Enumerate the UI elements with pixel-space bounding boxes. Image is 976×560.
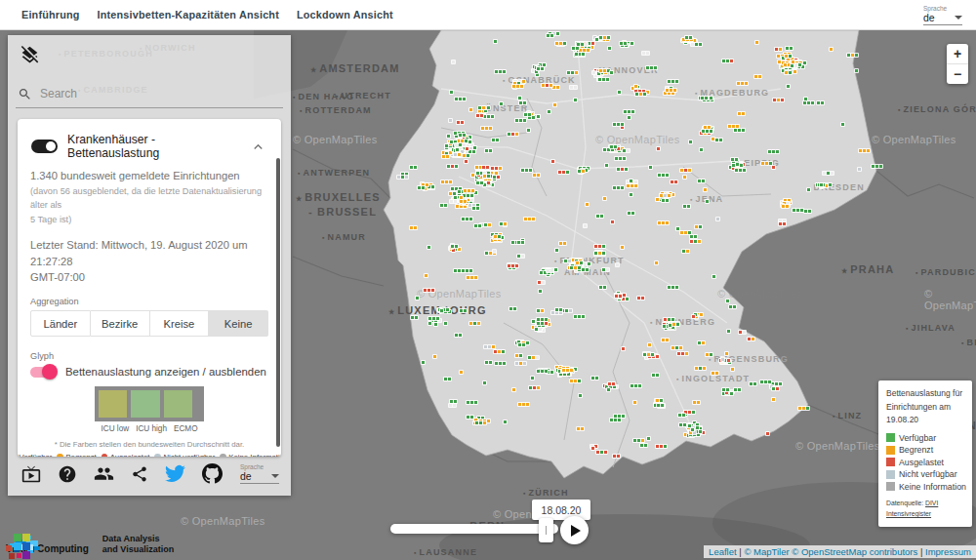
hospital-glyph[interactable] — [451, 60, 456, 64]
hospital-glyph[interactable] — [511, 387, 516, 392]
hospital-glyph[interactable] — [619, 41, 628, 46]
hospital-glyph[interactable] — [684, 35, 693, 40]
hospital-glyph[interactable] — [461, 217, 473, 221]
video-tutorial-icon[interactable] — [21, 464, 41, 484]
hospital-glyph[interactable] — [503, 420, 508, 424]
hospital-glyph[interactable] — [712, 274, 716, 279]
aggregation-option-bezirke[interactable]: Bezirke — [91, 310, 150, 337]
hospital-glyph[interactable] — [634, 92, 647, 97]
hospital-glyph[interactable] — [612, 454, 621, 459]
hospital-glyph[interactable] — [456, 120, 465, 125]
hospital-glyph[interactable] — [697, 340, 706, 345]
hospital-glyph[interactable] — [753, 74, 762, 79]
hospital-glyph[interactable] — [730, 157, 739, 162]
hospital-glyph[interactable] — [691, 314, 696, 319]
nav-item-intensivbetten-kapazit-ten-ansicht[interactable]: Intensivbetten-Kapazitäten Ansicht — [98, 9, 279, 20]
hospital-glyph[interactable] — [778, 221, 787, 226]
attribution-link-leaflet[interactable]: Leaflet — [709, 546, 737, 557]
hospital-glyph[interactable] — [705, 199, 710, 204]
hospital-glyph[interactable] — [711, 371, 719, 376]
hospital-glyph[interactable] — [546, 33, 554, 38]
hospital-glyph[interactable] — [747, 337, 755, 341]
attribution-link-impressum[interactable]: Impressum — [925, 546, 971, 557]
hospital-glyph[interactable] — [421, 360, 426, 365]
hospital-glyph[interactable] — [484, 148, 493, 153]
hospital-glyph[interactable] — [663, 317, 675, 322]
hospital-glyph[interactable] — [668, 323, 672, 328]
hospital-glyph[interactable] — [703, 125, 712, 130]
hospital-glyph[interactable] — [657, 220, 670, 225]
github-icon[interactable] — [202, 463, 223, 484]
glyph-visibility-toggle[interactable] — [30, 367, 57, 378]
collapse-chevron-up-icon[interactable] — [250, 139, 266, 155]
hospital-glyph[interactable] — [482, 174, 491, 179]
hospital-glyph[interactable] — [578, 393, 583, 398]
search-input[interactable] — [38, 86, 281, 101]
hospital-glyph[interactable] — [520, 168, 533, 173]
hospital-glyph[interactable] — [554, 307, 563, 312]
hospital-glyph[interactable] — [802, 100, 815, 105]
hospital-glyph[interactable] — [494, 69, 507, 74]
hospital-glyph[interactable] — [576, 42, 589, 47]
hospital-glyph[interactable] — [602, 196, 607, 201]
hospital-glyph[interactable] — [481, 165, 490, 170]
timeline-slider-handle[interactable] — [539, 518, 553, 542]
hospital-glyph[interactable] — [648, 165, 653, 170]
team-icon[interactable] — [94, 463, 114, 484]
hospital-glyph[interactable] — [627, 115, 631, 120]
hospital-glyph[interactable] — [749, 381, 757, 386]
sidebar-language-select[interactable]: Sprache de — [240, 463, 279, 484]
hospital-glyph[interactable] — [427, 321, 432, 326]
hospital-glyph[interactable] — [759, 380, 772, 384]
divi-link[interactable]: DIVI — [925, 500, 938, 506]
help-icon[interactable] — [58, 464, 77, 484]
hospital-glyph[interactable] — [480, 126, 493, 131]
hospital-glyph[interactable] — [681, 249, 690, 254]
hospital-glyph[interactable] — [697, 179, 706, 183]
hospital-glyph[interactable] — [734, 168, 747, 173]
hospital-glyph[interactable] — [690, 427, 695, 432]
hospital-glyph[interactable] — [458, 133, 467, 138]
hospital-glyph[interactable] — [474, 420, 487, 425]
hospital-glyph[interactable] — [409, 165, 418, 170]
hospital-glyph[interactable] — [440, 180, 453, 184]
hospital-glyph[interactable] — [661, 198, 670, 203]
hospital-glyph[interactable] — [629, 179, 633, 183]
hospital-glyph[interactable] — [536, 308, 545, 313]
hospital-glyph[interactable] — [526, 128, 531, 133]
hospital-glyph[interactable] — [654, 260, 659, 265]
hospital-glyph[interactable] — [585, 202, 590, 207]
hospital-glyph[interactable] — [514, 353, 523, 358]
hospital-glyph[interactable] — [790, 63, 798, 68]
hospital-glyph[interactable] — [457, 152, 462, 157]
hospital-glyph[interactable] — [598, 35, 611, 40]
hospital-glyph[interactable] — [463, 188, 475, 193]
hospital-glyph[interactable] — [417, 185, 426, 190]
hospital-glyph[interactable] — [466, 275, 478, 280]
hospital-glyph[interactable] — [552, 102, 557, 107]
hospital-glyph[interactable] — [518, 100, 527, 105]
hospital-glyph[interactable] — [547, 109, 551, 114]
hospital-glyph[interactable] — [645, 65, 658, 70]
hospital-glyph[interactable] — [575, 260, 584, 265]
intensivregister-link[interactable]: Intensivregister — [886, 510, 931, 517]
hospital-glyph[interactable] — [550, 159, 555, 164]
hospital-glyph[interactable] — [424, 273, 428, 278]
hospital-glyph[interactable] — [607, 46, 612, 51]
hospital-glyph[interactable] — [871, 164, 883, 169]
hospital-glyph[interactable] — [655, 398, 664, 403]
hospital-glyph[interactable] — [610, 220, 615, 224]
hospital-glyph[interactable] — [573, 314, 586, 319]
hospital-glyph[interactable] — [598, 285, 607, 290]
timeline-play-button[interactable] — [560, 516, 589, 544]
hospital-glyph[interactable] — [427, 245, 431, 250]
hospital-glyph[interactable] — [714, 138, 723, 142]
hospital-glyph[interactable] — [797, 406, 810, 411]
hospital-glyph[interactable] — [443, 321, 448, 326]
hospital-glyph[interactable] — [682, 175, 687, 180]
hospital-glyph[interactable] — [724, 351, 729, 356]
hospital-glyph[interactable] — [636, 296, 645, 300]
hospital-glyph[interactable] — [736, 81, 749, 86]
hospital-glyph[interactable] — [569, 265, 582, 270]
hospital-glyph[interactable] — [581, 52, 586, 57]
